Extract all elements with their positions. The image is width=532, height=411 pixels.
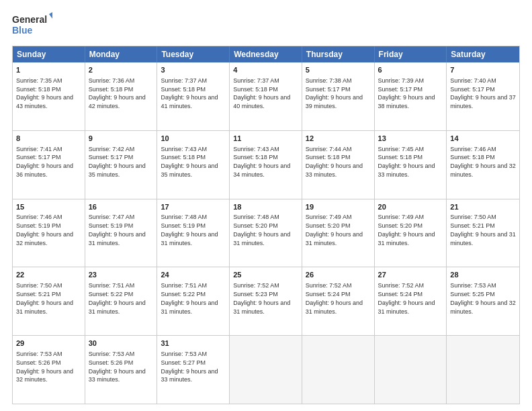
day-info: Sunrise: 7:38 AMSunset: 5:17 PMDaylight:… (306, 77, 363, 109)
day-cell-17: 17 Sunrise: 7:48 AMSunset: 5:19 PMDaylig… (157, 199, 230, 267)
day-cell-4: 4 Sunrise: 7:37 AMSunset: 5:18 PMDayligh… (230, 62, 302, 130)
day-info: Sunrise: 7:53 AMSunset: 5:26 PMDaylight:… (89, 351, 146, 383)
header: General Blue (12, 11, 520, 39)
day-info: Sunrise: 7:52 AMSunset: 5:23 PMDaylight:… (233, 282, 290, 314)
day-number: 28 (450, 270, 516, 280)
day-cell-21: 21 Sunrise: 7:50 AMSunset: 5:21 PMDaylig… (447, 199, 519, 267)
day-number: 20 (378, 202, 443, 212)
day-info: Sunrise: 7:40 AMSunset: 5:17 PMDaylight:… (450, 77, 516, 109)
day-cell-24: 24 Sunrise: 7:51 AMSunset: 5:22 PMDaylig… (157, 267, 230, 335)
day-cell-11: 11 Sunrise: 7:43 AMSunset: 5:18 PMDaylig… (230, 131, 302, 199)
day-cell-7: 7 Sunrise: 7:40 AMSunset: 5:17 PMDayligh… (447, 62, 519, 130)
day-info: Sunrise: 7:48 AMSunset: 5:20 PMDaylight:… (233, 214, 290, 246)
header-day-friday: Friday (375, 46, 447, 62)
day-number: 11 (233, 134, 298, 144)
day-info: Sunrise: 7:49 AMSunset: 5:20 PMDaylight:… (306, 214, 363, 246)
day-number: 27 (378, 270, 443, 280)
day-number: 29 (16, 338, 81, 349)
day-cell-1: 1 Sunrise: 7:35 AMSunset: 5:18 PMDayligh… (13, 62, 85, 130)
day-number: 24 (161, 270, 226, 280)
day-number: 30 (89, 338, 154, 349)
calendar-row-5: 29 Sunrise: 7:53 AMSunset: 5:26 PMDaylig… (13, 335, 519, 404)
svg-text:Blue: Blue (12, 25, 33, 36)
day-info: Sunrise: 7:48 AMSunset: 5:19 PMDaylight:… (161, 214, 218, 246)
day-number: 12 (306, 134, 371, 144)
day-info: Sunrise: 7:53 AMSunset: 5:27 PMDaylight:… (161, 351, 218, 383)
day-info: Sunrise: 7:52 AMSunset: 5:24 PMDaylight:… (378, 282, 435, 314)
day-cell-27: 27 Sunrise: 7:52 AMSunset: 5:24 PMDaylig… (375, 267, 447, 335)
day-number: 1 (16, 65, 81, 75)
day-cell-30: 30 Sunrise: 7:53 AMSunset: 5:26 PMDaylig… (85, 336, 158, 404)
day-cell-10: 10 Sunrise: 7:43 AMSunset: 5:18 PMDaylig… (157, 131, 230, 199)
day-cell-25: 25 Sunrise: 7:52 AMSunset: 5:23 PMDaylig… (230, 267, 302, 335)
day-number: 22 (16, 270, 81, 280)
day-cell-5: 5 Sunrise: 7:38 AMSunset: 5:17 PMDayligh… (302, 62, 375, 130)
day-number: 18 (233, 202, 298, 212)
day-number: 6 (378, 65, 443, 75)
empty-cell (447, 336, 519, 404)
empty-cell (230, 336, 302, 404)
day-cell-15: 15 Sunrise: 7:46 AMSunset: 5:19 PMDaylig… (13, 199, 85, 267)
day-info: Sunrise: 7:43 AMSunset: 5:18 PMDaylight:… (233, 146, 290, 178)
day-cell-28: 28 Sunrise: 7:53 AMSunset: 5:25 PMDaylig… (447, 267, 519, 335)
logo-svg: General Blue (12, 11, 52, 39)
day-info: Sunrise: 7:46 AMSunset: 5:19 PMDaylight:… (16, 214, 73, 246)
day-info: Sunrise: 7:42 AMSunset: 5:17 PMDaylight:… (89, 146, 146, 178)
day-number: 15 (16, 202, 81, 212)
day-info: Sunrise: 7:50 AMSunset: 5:21 PMDaylight:… (16, 282, 73, 314)
day-number: 23 (89, 270, 154, 280)
page: General Blue SundayMondayTuesdayWednesda… (0, 0, 532, 411)
calendar-row-4: 22 Sunrise: 7:50 AMSunset: 5:21 PMDaylig… (13, 267, 519, 335)
day-info: Sunrise: 7:47 AMSunset: 5:19 PMDaylight:… (89, 214, 146, 246)
day-number: 16 (89, 202, 154, 212)
svg-marker-2 (49, 11, 52, 19)
day-cell-9: 9 Sunrise: 7:42 AMSunset: 5:17 PMDayligh… (85, 131, 158, 199)
day-info: Sunrise: 7:41 AMSunset: 5:17 PMDaylight:… (16, 146, 73, 178)
day-info: Sunrise: 7:37 AMSunset: 5:18 PMDaylight:… (233, 77, 290, 109)
day-number: 21 (450, 202, 516, 212)
day-number: 8 (16, 134, 81, 144)
day-cell-2: 2 Sunrise: 7:36 AMSunset: 5:18 PMDayligh… (85, 62, 158, 130)
calendar: SundayMondayTuesdayWednesdayThursdayFrid… (12, 46, 520, 404)
day-number: 25 (233, 270, 298, 280)
day-cell-16: 16 Sunrise: 7:47 AMSunset: 5:19 PMDaylig… (85, 199, 158, 267)
day-number: 14 (450, 134, 516, 144)
day-cell-13: 13 Sunrise: 7:45 AMSunset: 5:18 PMDaylig… (375, 131, 447, 199)
day-cell-26: 26 Sunrise: 7:52 AMSunset: 5:24 PMDaylig… (302, 267, 375, 335)
day-number: 9 (89, 134, 154, 144)
day-cell-3: 3 Sunrise: 7:37 AMSunset: 5:18 PMDayligh… (157, 62, 230, 130)
header-day-wednesday: Wednesday (230, 46, 302, 62)
day-info: Sunrise: 7:46 AMSunset: 5:18 PMDaylight:… (450, 146, 516, 178)
day-cell-14: 14 Sunrise: 7:46 AMSunset: 5:18 PMDaylig… (447, 131, 519, 199)
day-info: Sunrise: 7:45 AMSunset: 5:18 PMDaylight:… (378, 146, 435, 178)
day-number: 10 (161, 134, 226, 144)
day-number: 17 (161, 202, 226, 212)
calendar-row-3: 15 Sunrise: 7:46 AMSunset: 5:19 PMDaylig… (13, 199, 519, 267)
day-number: 4 (233, 65, 298, 75)
day-info: Sunrise: 7:36 AMSunset: 5:18 PMDaylight:… (89, 77, 146, 109)
day-info: Sunrise: 7:53 AMSunset: 5:26 PMDaylight:… (16, 351, 73, 383)
day-info: Sunrise: 7:37 AMSunset: 5:18 PMDaylight:… (161, 77, 218, 109)
empty-cell (375, 336, 447, 404)
header-day-monday: Monday (85, 46, 158, 62)
day-number: 26 (306, 270, 371, 280)
logo: General Blue (12, 11, 52, 39)
calendar-row-2: 8 Sunrise: 7:41 AMSunset: 5:17 PMDayligh… (13, 130, 519, 199)
day-info: Sunrise: 7:51 AMSunset: 5:22 PMDaylight:… (161, 282, 218, 314)
day-cell-6: 6 Sunrise: 7:39 AMSunset: 5:17 PMDayligh… (375, 62, 447, 130)
day-info: Sunrise: 7:39 AMSunset: 5:17 PMDaylight:… (378, 77, 435, 109)
day-number: 2 (89, 65, 154, 75)
day-info: Sunrise: 7:44 AMSunset: 5:18 PMDaylight:… (306, 146, 363, 178)
day-cell-20: 20 Sunrise: 7:49 AMSunset: 5:20 PMDaylig… (375, 199, 447, 267)
day-cell-23: 23 Sunrise: 7:51 AMSunset: 5:22 PMDaylig… (85, 267, 158, 335)
day-cell-31: 31 Sunrise: 7:53 AMSunset: 5:27 PMDaylig… (157, 336, 230, 404)
day-cell-29: 29 Sunrise: 7:53 AMSunset: 5:26 PMDaylig… (13, 336, 85, 404)
day-number: 19 (306, 202, 371, 212)
day-info: Sunrise: 7:49 AMSunset: 5:20 PMDaylight:… (378, 214, 435, 246)
day-info: Sunrise: 7:35 AMSunset: 5:18 PMDaylight:… (16, 77, 73, 109)
day-info: Sunrise: 7:51 AMSunset: 5:22 PMDaylight:… (89, 282, 146, 314)
day-number: 5 (306, 65, 371, 75)
header-day-saturday: Saturday (447, 46, 519, 62)
empty-cell (302, 336, 375, 404)
day-cell-18: 18 Sunrise: 7:48 AMSunset: 5:20 PMDaylig… (230, 199, 302, 267)
